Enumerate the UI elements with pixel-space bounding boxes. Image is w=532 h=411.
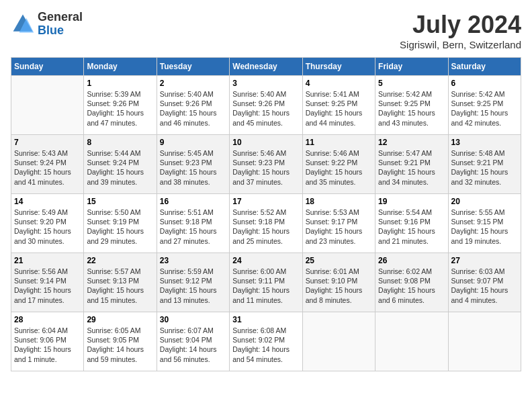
day-info: Sunrise: 5:45 AMSunset: 9:23 PMDaylight:…: [160, 148, 226, 187]
day-info: Sunrise: 5:50 AMSunset: 9:19 PMDaylight:…: [87, 208, 153, 246]
calendar-cell: 17Sunrise: 5:52 AMSunset: 9:18 PMDayligh…: [230, 194, 302, 253]
calendar-cell: 23Sunrise: 5:59 AMSunset: 9:12 PMDayligh…: [157, 253, 229, 312]
day-number: 17: [232, 197, 299, 206]
calendar-week-row: 21Sunrise: 5:56 AMSunset: 9:14 PMDayligh…: [11, 253, 521, 312]
title-block: July 2024 Sigriswil, Bern, Switzerland: [400, 11, 521, 50]
day-info: Sunrise: 5:51 AMSunset: 9:18 PMDaylight:…: [160, 208, 226, 246]
day-number: 21: [14, 256, 81, 265]
calendar-cell: 24Sunrise: 6:00 AMSunset: 9:11 PMDayligh…: [230, 253, 302, 312]
calendar-cell: 31Sunrise: 6:08 AMSunset: 9:02 PMDayligh…: [230, 312, 302, 371]
day-number: 25: [306, 256, 372, 265]
calendar-cell: 9Sunrise: 5:45 AMSunset: 9:23 PMDaylight…: [157, 135, 229, 194]
day-number: 23: [160, 256, 226, 265]
calendar-week-row: 14Sunrise: 5:49 AMSunset: 9:20 PMDayligh…: [11, 194, 521, 253]
day-info: Sunrise: 6:02 AMSunset: 9:08 PMDaylight:…: [378, 267, 445, 305]
day-number: 11: [306, 138, 372, 147]
day-info: Sunrise: 5:42 AMSunset: 9:25 PMDaylight:…: [451, 89, 518, 128]
calendar-cell: 18Sunrise: 5:53 AMSunset: 9:17 PMDayligh…: [302, 194, 375, 253]
day-number: 27: [451, 256, 518, 265]
weekday-header: Friday: [375, 58, 448, 76]
day-number: 12: [378, 138, 445, 147]
day-info: Sunrise: 5:40 AMSunset: 9:26 PMDaylight:…: [232, 89, 299, 128]
day-number: 5: [378, 79, 445, 88]
day-info: Sunrise: 5:42 AMSunset: 9:25 PMDaylight:…: [378, 89, 445, 128]
weekday-header: Thursday: [302, 58, 375, 76]
day-number: 22: [87, 256, 153, 265]
day-info: Sunrise: 6:08 AMSunset: 9:02 PMDaylight:…: [232, 326, 299, 364]
weekday-header: Wednesday: [230, 58, 302, 76]
month-year: July 2024: [400, 11, 521, 39]
day-info: Sunrise: 5:47 AMSunset: 9:21 PMDaylight:…: [378, 148, 445, 187]
logo-icon: [11, 12, 35, 36]
day-info: Sunrise: 5:41 AMSunset: 9:25 PMDaylight:…: [306, 89, 372, 128]
logo: General Blue: [11, 11, 83, 38]
calendar-cell: [302, 312, 375, 371]
page-header: General Blue July 2024 Sigriswil, Bern, …: [11, 11, 521, 50]
calendar-cell: 29Sunrise: 6:05 AMSunset: 9:05 PMDayligh…: [84, 312, 157, 371]
day-number: 4: [306, 79, 372, 88]
calendar-cell: 22Sunrise: 5:57 AMSunset: 9:13 PMDayligh…: [84, 253, 157, 312]
day-info: Sunrise: 5:56 AMSunset: 9:14 PMDaylight:…: [14, 267, 81, 305]
day-info: Sunrise: 5:53 AMSunset: 9:17 PMDaylight:…: [306, 208, 372, 246]
day-number: 16: [160, 197, 226, 206]
day-number: 9: [160, 138, 226, 147]
day-info: Sunrise: 5:52 AMSunset: 9:18 PMDaylight:…: [232, 208, 299, 246]
day-info: Sunrise: 5:46 AMSunset: 9:23 PMDaylight:…: [232, 148, 299, 187]
day-number: 10: [232, 138, 299, 147]
day-info: Sunrise: 5:59 AMSunset: 9:12 PMDaylight:…: [160, 267, 226, 305]
day-info: Sunrise: 6:04 AMSunset: 9:06 PMDaylight:…: [14, 326, 81, 364]
calendar-cell: 8Sunrise: 5:44 AMSunset: 9:24 PMDaylight…: [84, 135, 157, 194]
day-number: 14: [14, 197, 81, 206]
day-number: 13: [451, 138, 518, 147]
calendar-cell: 16Sunrise: 5:51 AMSunset: 9:18 PMDayligh…: [157, 194, 229, 253]
logo-blue: Blue: [38, 24, 64, 37]
calendar-cell: 26Sunrise: 6:02 AMSunset: 9:08 PMDayligh…: [375, 253, 448, 312]
calendar-week-row: 7Sunrise: 5:43 AMSunset: 9:24 PMDaylight…: [11, 135, 521, 194]
day-info: Sunrise: 5:57 AMSunset: 9:13 PMDaylight:…: [87, 267, 153, 305]
calendar-cell: [375, 312, 448, 371]
calendar-cell: 1Sunrise: 5:39 AMSunset: 9:26 PMDaylight…: [84, 76, 157, 135]
calendar-table: SundayMondayTuesdayWednesdayThursdayFrid…: [11, 57, 521, 371]
calendar-week-row: 1Sunrise: 5:39 AMSunset: 9:26 PMDaylight…: [11, 76, 521, 135]
day-number: 30: [160, 315, 226, 324]
calendar-cell: 25Sunrise: 6:01 AMSunset: 9:10 PMDayligh…: [302, 253, 375, 312]
day-info: Sunrise: 5:48 AMSunset: 9:21 PMDaylight:…: [451, 148, 518, 187]
weekday-header: Saturday: [448, 58, 521, 76]
day-number: 8: [87, 138, 153, 147]
day-info: Sunrise: 5:43 AMSunset: 9:24 PMDaylight:…: [14, 148, 81, 187]
calendar-cell: 4Sunrise: 5:41 AMSunset: 9:25 PMDaylight…: [302, 76, 375, 135]
calendar-cell: 14Sunrise: 5:49 AMSunset: 9:20 PMDayligh…: [11, 194, 84, 253]
day-number: 15: [87, 197, 153, 206]
day-number: 3: [232, 79, 299, 88]
day-number: 2: [160, 79, 226, 88]
day-info: Sunrise: 5:40 AMSunset: 9:26 PMDaylight:…: [160, 89, 226, 128]
calendar-cell: 19Sunrise: 5:54 AMSunset: 9:16 PMDayligh…: [375, 194, 448, 253]
day-info: Sunrise: 6:01 AMSunset: 9:10 PMDaylight:…: [306, 267, 372, 305]
calendar-cell: 21Sunrise: 5:56 AMSunset: 9:14 PMDayligh…: [11, 253, 84, 312]
calendar-cell: 12Sunrise: 5:47 AMSunset: 9:21 PMDayligh…: [375, 135, 448, 194]
calendar-cell: [11, 76, 84, 135]
calendar-cell: [448, 312, 521, 371]
day-info: Sunrise: 5:44 AMSunset: 9:24 PMDaylight:…: [87, 148, 153, 187]
calendar-cell: 6Sunrise: 5:42 AMSunset: 9:25 PMDaylight…: [448, 76, 521, 135]
logo-general: General: [38, 10, 83, 24]
calendar-cell: 13Sunrise: 5:48 AMSunset: 9:21 PMDayligh…: [448, 135, 521, 194]
calendar-cell: 11Sunrise: 5:46 AMSunset: 9:22 PMDayligh…: [302, 135, 375, 194]
calendar-cell: 5Sunrise: 5:42 AMSunset: 9:25 PMDaylight…: [375, 76, 448, 135]
calendar-cell: 27Sunrise: 6:03 AMSunset: 9:07 PMDayligh…: [448, 253, 521, 312]
day-number: 6: [451, 79, 518, 88]
calendar-cell: 10Sunrise: 5:46 AMSunset: 9:23 PMDayligh…: [230, 135, 302, 194]
calendar-cell: 20Sunrise: 5:55 AMSunset: 9:15 PMDayligh…: [448, 194, 521, 253]
day-info: Sunrise: 6:00 AMSunset: 9:11 PMDaylight:…: [232, 267, 299, 305]
weekday-header: Monday: [84, 58, 157, 76]
day-info: Sunrise: 5:46 AMSunset: 9:22 PMDaylight:…: [306, 148, 372, 187]
day-info: Sunrise: 5:39 AMSunset: 9:26 PMDaylight:…: [87, 89, 153, 128]
calendar-cell: 15Sunrise: 5:50 AMSunset: 9:19 PMDayligh…: [84, 194, 157, 253]
day-number: 26: [378, 256, 445, 265]
calendar-week-row: 28Sunrise: 6:04 AMSunset: 9:06 PMDayligh…: [11, 312, 521, 371]
calendar-cell: 28Sunrise: 6:04 AMSunset: 9:06 PMDayligh…: [11, 312, 84, 371]
day-number: 7: [14, 138, 81, 147]
day-info: Sunrise: 5:55 AMSunset: 9:15 PMDaylight:…: [451, 208, 518, 246]
day-number: 19: [378, 197, 445, 206]
day-info: Sunrise: 5:49 AMSunset: 9:20 PMDaylight:…: [14, 208, 81, 246]
